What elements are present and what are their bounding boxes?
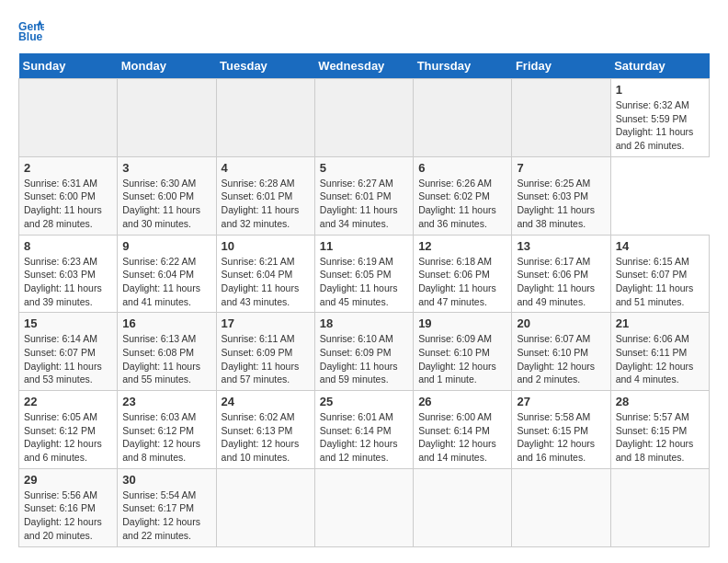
day-number: 27 (517, 395, 605, 408)
calendar-header: SundayMondayTuesdayWednesdayThursdayFrid… (19, 53, 710, 79)
day-info: Sunrise: 6:23 AMSunset: 6:03 PMDaylight:… (24, 256, 102, 307)
day-info: Sunrise: 6:10 AMSunset: 6:09 PMDaylight:… (320, 333, 398, 385)
day-info: Sunrise: 6:09 AMSunset: 6:10 PMDaylight:… (418, 333, 496, 385)
day-cell: 9Sunrise: 6:22 AMSunset: 6:04 PMDaylight… (118, 235, 216, 313)
day-number: 7 (517, 161, 605, 175)
day-cell: 17Sunrise: 6:11 AMSunset: 6:09 PMDayligh… (216, 313, 314, 391)
day-cell: 20Sunrise: 6:07 AMSunset: 6:10 PMDayligh… (512, 313, 610, 391)
day-cell: 12Sunrise: 6:18 AMSunset: 6:06 PMDayligh… (414, 235, 512, 313)
empty-cell (216, 79, 314, 157)
day-info: Sunrise: 6:15 AMSunset: 6:07 PMDaylight:… (616, 256, 694, 307)
day-cell: 15Sunrise: 6:14 AMSunset: 6:07 PMDayligh… (19, 313, 118, 391)
day-cell: 16Sunrise: 6:13 AMSunset: 6:08 PMDayligh… (118, 313, 216, 391)
day-number: 2 (24, 161, 112, 175)
svg-text:Blue: Blue (18, 30, 43, 43)
empty-cell (118, 79, 216, 157)
day-info: Sunrise: 5:57 AMSunset: 6:15 PMDaylight:… (616, 411, 694, 463)
day-number: 15 (24, 316, 112, 330)
day-info: Sunrise: 6:31 AMSunset: 6:00 PMDaylight:… (24, 178, 102, 229)
day-info: Sunrise: 6:18 AMSunset: 6:06 PMDaylight:… (418, 256, 496, 307)
day-number: 25 (320, 395, 408, 408)
day-info: Sunrise: 6:19 AMSunset: 6:05 PMDaylight:… (320, 256, 398, 307)
day-info: Sunrise: 6:27 AMSunset: 6:01 PMDaylight:… (320, 178, 398, 229)
day-cell: 8Sunrise: 6:23 AMSunset: 6:03 PMDaylight… (19, 235, 118, 313)
day-cell: 5Sunrise: 6:27 AMSunset: 6:01 PMDaylight… (314, 156, 413, 235)
empty-cell (314, 79, 413, 157)
day-info: Sunrise: 6:25 AMSunset: 6:03 PMDaylight:… (517, 178, 595, 229)
day-info: Sunrise: 6:21 AMSunset: 6:04 PMDaylight:… (222, 256, 300, 307)
day-info: Sunrise: 6:05 AMSunset: 6:12 PMDaylight:… (24, 411, 102, 463)
day-number: 1 (616, 83, 704, 97)
day-info: Sunrise: 6:28 AMSunset: 6:01 PMDaylight:… (222, 178, 300, 229)
header-cell-wednesday: Wednesday (314, 53, 413, 79)
empty-cell (216, 468, 314, 546)
calendar-table: SundayMondayTuesdayWednesdayThursdayFrid… (18, 53, 710, 547)
logo: General Blue (18, 18, 48, 44)
day-number: 11 (320, 239, 408, 253)
day-info: Sunrise: 6:30 AMSunset: 6:00 PMDaylight:… (122, 178, 200, 229)
header-cell-monday: Monday (118, 53, 216, 79)
day-number: 28 (616, 395, 704, 408)
day-cell: 27Sunrise: 5:58 AMSunset: 6:15 PMDayligh… (512, 391, 610, 469)
day-number: 9 (122, 239, 210, 253)
calendar-week-row: 29Sunrise: 5:56 AMSunset: 6:16 PMDayligh… (19, 468, 710, 546)
day-number: 10 (222, 239, 310, 253)
day-cell: 1Sunrise: 6:32 AMSunset: 5:59 PMDaylight… (610, 79, 709, 157)
day-cell: 19Sunrise: 6:09 AMSunset: 6:10 PMDayligh… (414, 313, 512, 391)
empty-cell (19, 79, 118, 157)
day-info: Sunrise: 6:13 AMSunset: 6:08 PMDaylight:… (122, 333, 200, 385)
day-number: 16 (122, 316, 210, 330)
day-cell: 18Sunrise: 6:10 AMSunset: 6:09 PMDayligh… (314, 313, 413, 391)
logo-icon: General Blue (18, 18, 44, 44)
header-cell-friday: Friday (512, 53, 610, 79)
calendar-body: 1Sunrise: 6:32 AMSunset: 5:59 PMDaylight… (19, 79, 710, 547)
calendar-week-row: 22Sunrise: 6:05 AMSunset: 6:12 PMDayligh… (19, 391, 710, 469)
calendar-week-row: 1Sunrise: 6:32 AMSunset: 5:59 PMDaylight… (19, 79, 710, 157)
day-number: 13 (517, 239, 605, 253)
header-cell-tuesday: Tuesday (216, 53, 314, 79)
day-cell: 22Sunrise: 6:05 AMSunset: 6:12 PMDayligh… (19, 391, 118, 469)
day-number: 26 (418, 395, 506, 408)
day-cell: 11Sunrise: 6:19 AMSunset: 6:05 PMDayligh… (314, 235, 413, 313)
empty-cell (314, 468, 413, 546)
day-cell: 6Sunrise: 6:26 AMSunset: 6:02 PMDaylight… (414, 156, 512, 235)
day-info: Sunrise: 6:11 AMSunset: 6:09 PMDaylight:… (222, 333, 300, 385)
day-number: 17 (222, 316, 310, 330)
day-cell: 4Sunrise: 6:28 AMSunset: 6:01 PMDaylight… (216, 156, 314, 235)
day-cell: 24Sunrise: 6:02 AMSunset: 6:13 PMDayligh… (216, 391, 314, 469)
calendar-week-row: 15Sunrise: 6:14 AMSunset: 6:07 PMDayligh… (19, 313, 710, 391)
day-info: Sunrise: 6:22 AMSunset: 6:04 PMDaylight:… (122, 256, 200, 307)
day-number: 3 (122, 161, 210, 175)
day-number: 21 (616, 316, 704, 330)
day-cell: 7Sunrise: 6:25 AMSunset: 6:03 PMDaylight… (512, 156, 610, 235)
header-row: SundayMondayTuesdayWednesdayThursdayFrid… (19, 53, 710, 79)
day-info: Sunrise: 6:06 AMSunset: 6:11 PMDaylight:… (616, 333, 694, 385)
day-cell: 14Sunrise: 6:15 AMSunset: 6:07 PMDayligh… (610, 235, 709, 313)
day-number: 6 (418, 161, 506, 175)
day-info: Sunrise: 5:58 AMSunset: 6:15 PMDaylight:… (517, 411, 595, 463)
calendar-week-row: 2Sunrise: 6:31 AMSunset: 6:00 PMDaylight… (19, 156, 710, 235)
day-number: 20 (517, 316, 605, 330)
header-cell-thursday: Thursday (414, 53, 512, 79)
header-cell-sunday: Sunday (19, 53, 118, 79)
day-cell: 10Sunrise: 6:21 AMSunset: 6:04 PMDayligh… (216, 235, 314, 313)
day-number: 4 (222, 161, 310, 175)
header: General Blue (18, 18, 710, 44)
day-info: Sunrise: 6:32 AMSunset: 5:59 PMDaylight:… (616, 99, 694, 151)
day-cell: 21Sunrise: 6:06 AMSunset: 6:11 PMDayligh… (610, 313, 709, 391)
day-info: Sunrise: 6:17 AMSunset: 6:06 PMDaylight:… (517, 256, 595, 307)
day-number: 19 (418, 316, 506, 330)
empty-cell (512, 79, 610, 157)
day-number: 8 (24, 239, 112, 253)
header-cell-saturday: Saturday (610, 53, 709, 79)
empty-cell (414, 468, 512, 546)
empty-cell (610, 468, 709, 546)
day-cell: 3Sunrise: 6:30 AMSunset: 6:00 PMDaylight… (118, 156, 216, 235)
day-number: 29 (24, 473, 112, 487)
day-cell: 23Sunrise: 6:03 AMSunset: 6:12 PMDayligh… (118, 391, 216, 469)
day-number: 14 (616, 239, 704, 253)
empty-cell (512, 468, 610, 546)
day-info: Sunrise: 6:00 AMSunset: 6:14 PMDaylight:… (418, 411, 496, 463)
day-number: 18 (320, 316, 408, 330)
day-number: 12 (418, 239, 506, 253)
